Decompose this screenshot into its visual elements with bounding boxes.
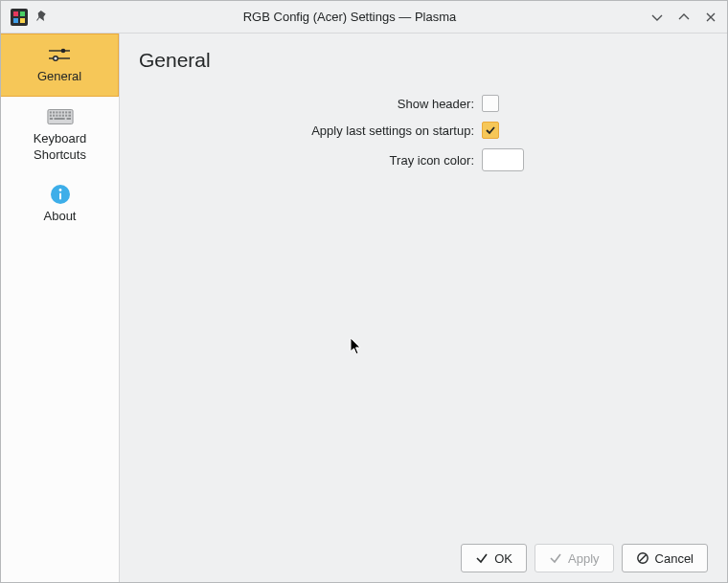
cancel-icon [636,551,649,565]
svg-rect-18 [53,115,55,117]
cancel-button[interactable]: Cancel [622,544,708,572]
check-icon [475,551,489,565]
sidebar-item-label: General [37,69,81,84]
svg-point-28 [58,189,61,191]
svg-rect-10 [49,112,51,114]
window-body: General Keyboard Shortcuts [1,34,727,582]
svg-rect-4 [20,18,25,23]
page-title: General [139,49,708,72]
sliders-icon [46,44,73,65]
titlebar: RGB Config (Acer) Settings — Plasma [1,1,727,34]
svg-rect-21 [61,115,63,117]
sidebar-item-label: Keyboard Shortcuts [7,131,113,163]
cancel-button-label: Cancel [655,551,694,566]
svg-rect-24 [49,118,52,120]
svg-rect-25 [54,118,64,120]
svg-rect-0 [11,9,28,26]
minimize-button[interactable] [650,11,664,24]
close-button[interactable] [704,11,717,24]
sidebar-item-general[interactable]: General [1,34,119,97]
svg-line-31 [639,555,646,562]
row-show-header: Show header: [139,95,708,112]
button-bar: OK Apply Cancel [139,534,708,572]
svg-rect-14 [61,112,63,114]
label-apply-last: Apply last settings on startup: [139,123,474,138]
svg-rect-1 [13,11,18,16]
row-tray-color: Tray icon color: [139,148,708,171]
svg-point-6 [61,49,66,54]
window-controls [650,11,717,24]
svg-rect-11 [53,112,55,114]
svg-rect-23 [68,115,71,117]
svg-rect-2 [20,11,25,16]
pin-icon[interactable] [35,11,49,24]
info-icon [47,184,74,205]
svg-rect-12 [56,112,57,114]
sidebar: General Keyboard Shortcuts [1,34,120,582]
svg-rect-20 [58,115,60,117]
main-panel: General Show header: Apply last settings… [120,34,727,582]
svg-rect-3 [13,18,18,23]
label-show-header: Show header: [139,97,474,111]
apply-button: Apply [535,544,614,572]
sidebar-item-label: About [44,209,77,224]
sidebar-item-about[interactable]: About [1,174,119,235]
window-title: RGB Config (Acer) Settings — Plasma [57,10,643,24]
svg-rect-16 [68,112,71,114]
keyboard-icon [47,106,74,127]
svg-rect-15 [65,112,67,114]
svg-rect-17 [49,115,51,117]
color-picker-tray[interactable] [482,148,524,171]
ok-button[interactable]: OK [461,544,527,572]
checkbox-show-header[interactable] [482,95,499,112]
svg-point-8 [54,56,58,61]
ok-button-label: OK [494,551,512,566]
maximize-button[interactable] [677,11,691,24]
svg-rect-13 [58,112,60,114]
settings-window: RGB Config (Acer) Settings — Plasma [0,0,728,583]
spacer [139,171,708,534]
app-icon [11,9,28,26]
sidebar-item-keyboard-shortcuts[interactable]: Keyboard Shortcuts [1,97,119,174]
svg-rect-22 [65,115,67,117]
settings-form: Show header: Apply last settings on star… [139,95,708,171]
svg-rect-26 [66,118,70,120]
label-tray-color: Tray icon color: [139,153,474,168]
row-apply-last: Apply last settings on startup: [139,122,708,139]
svg-rect-19 [56,115,57,117]
check-icon [549,551,562,565]
checkbox-apply-last[interactable] [482,122,499,139]
apply-button-label: Apply [568,551,600,566]
svg-rect-29 [59,192,61,199]
